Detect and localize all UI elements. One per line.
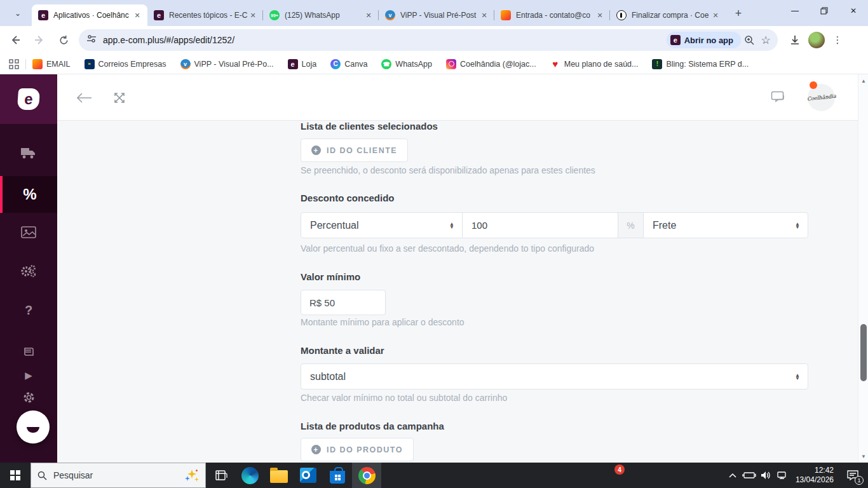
- bookmark-label: Coelhândia (@lojac...: [460, 60, 536, 69]
- scroll-up-icon[interactable]: ▲: [858, 76, 868, 86]
- min-value-label: Valor mínimo: [301, 271, 360, 282]
- open-in-app-label: Abrir no app: [684, 36, 733, 45]
- bookmark-instagram[interactable]: Coelhândia (@lojac...: [446, 59, 536, 69]
- close-window-button[interactable]: ✕: [839, 0, 868, 22]
- tab-whatsapp[interactable]: 99+ (125) WhatsApp ✕: [263, 4, 379, 26]
- taskbar-clock[interactable]: 12:42 13/04/2026: [796, 466, 834, 485]
- site-settings-icon[interactable]: [86, 34, 97, 46]
- browser-tab-strip: ⌄ e Aplicativos · Coelhânc ✕ e Recentes …: [0, 0, 868, 26]
- tab-close-icon[interactable]: ✕: [710, 10, 721, 20]
- chrome-taskbar-icon[interactable]: [352, 463, 381, 488]
- min-value-input[interactable]: [301, 290, 386, 315]
- sidebar-item-help[interactable]: ?: [0, 299, 57, 322]
- expand-fullscreen-icon[interactable]: [110, 88, 129, 107]
- tab-vipp[interactable]: v ViPP - Visual Pré-Post ✕: [379, 4, 494, 26]
- bookmark-plano-saude[interactable]: ♥ Meu plano de saúd...: [550, 59, 639, 69]
- open-in-app-chip[interactable]: e Abrir no app: [667, 32, 741, 48]
- discount-type-select[interactable]: Percentual ▲▼: [301, 213, 463, 238]
- app-back-icon[interactable]: [75, 88, 94, 107]
- add-product-id-button[interactable]: + ID DO PRODUTO: [301, 438, 414, 461]
- tab-close-icon[interactable]: ✕: [132, 10, 142, 20]
- tab-label: (125) WhatsApp: [285, 11, 363, 20]
- tab-aplicativos[interactable]: e Aplicativos · Coelhânc ✕: [32, 4, 147, 26]
- discount-value-input[interactable]: [463, 213, 618, 238]
- plus-icon: +: [311, 146, 321, 155]
- forward-icon[interactable]: [31, 31, 48, 49]
- restore-button[interactable]: [810, 0, 839, 22]
- microsoft-store-taskbar-icon[interactable]: [323, 463, 352, 488]
- feedback-chat-icon[interactable]: [769, 88, 788, 107]
- action-center-button[interactable]: 1: [840, 463, 865, 488]
- scrollbar-thumb[interactable]: [860, 324, 867, 381]
- bookmark-label: Canva: [344, 60, 367, 69]
- sidebar-item-settings[interactable]: [0, 260, 57, 283]
- sidebar-item-discounts[interactable]: %: [0, 176, 57, 213]
- amount-check-help-text: Checar valor mínimo no total ou subtotal…: [301, 393, 507, 403]
- tab-close-icon[interactable]: ✕: [479, 10, 489, 20]
- browser-menu-icon[interactable]: ⋮: [830, 32, 845, 48]
- tab-label: Aplicativos · Coelhânc: [53, 11, 132, 20]
- tab-close-icon[interactable]: ✕: [363, 10, 374, 20]
- bookmark-canva[interactable]: C Canva: [330, 59, 367, 69]
- app-sidebar: e % ? ▶: [0, 74, 57, 463]
- sidebar-item-docs[interactable]: [0, 341, 57, 363]
- sidebar-item-support[interactable]: [0, 386, 57, 409]
- taskbar-notification-badge: 4: [614, 464, 625, 475]
- tab-close-icon[interactable]: ✕: [595, 10, 605, 20]
- apps-grid-icon[interactable]: [9, 59, 19, 69]
- edge-taskbar-icon[interactable]: [235, 463, 264, 488]
- tab-label: Entrada - contato@co: [516, 11, 595, 20]
- whatsapp-favicon: 99+: [269, 10, 280, 20]
- question-mark-icon: ?: [25, 303, 32, 318]
- bling-bookmark-icon: !: [652, 59, 662, 69]
- volume-icon[interactable]: [757, 463, 774, 488]
- sidebar-item-media[interactable]: [0, 220, 57, 243]
- app-content: Lista de clientes selecionados + ID DO C…: [57, 121, 858, 463]
- amount-check-select[interactable]: subtotal ▲▼: [301, 363, 808, 390]
- url-text[interactable]: app.e-com.plus/#/apps/edit/1252/: [103, 35, 667, 45]
- downloads-icon[interactable]: [787, 32, 803, 48]
- bookmark-star-icon[interactable]: ☆: [757, 32, 774, 48]
- new-tab-button[interactable]: +: [729, 4, 747, 22]
- battery-icon[interactable]: [741, 463, 757, 488]
- app-header: Coelhândia: [57, 74, 858, 121]
- hidden-icons-chevron[interactable]: [724, 463, 741, 488]
- network-icon[interactable]: [774, 463, 790, 488]
- task-view-button[interactable]: [206, 463, 235, 488]
- tab-search-chevron-icon[interactable]: ⌄: [9, 4, 27, 22]
- address-bar[interactable]: app.e-com.plus/#/apps/edit/1252/ e Abrir…: [79, 29, 778, 51]
- bookmark-vipp[interactable]: v ViPP - Visual Pré-Po...: [180, 59, 274, 69]
- tab-recentes-topicos[interactable]: e Recentes tópicos - E-C ✕: [147, 4, 263, 26]
- loja-bookmark-icon: e: [288, 59, 298, 69]
- minimize-button[interactable]: —: [780, 0, 810, 22]
- add-customer-id-button[interactable]: + ID DO CLIENTE: [301, 139, 408, 162]
- bookmark-email[interactable]: EMAIL: [32, 59, 71, 69]
- store-avatar[interactable]: Coelhândia: [808, 84, 835, 111]
- tab-finalizar-compra[interactable]: Finalizar compra · Coe ✕: [610, 4, 726, 26]
- discount-help-text: Valor percentual ou fixo a ser descontad…: [301, 243, 594, 254]
- taskbar-search-box[interactable]: Pesquisar: [31, 463, 206, 488]
- whatsapp-bookmark-icon: ☎: [381, 59, 391, 69]
- tab-close-icon[interactable]: ✕: [248, 10, 258, 20]
- file-explorer-taskbar-icon[interactable]: [264, 463, 294, 488]
- reload-icon[interactable]: [55, 31, 72, 49]
- discount-apply-select[interactable]: Frete ▲▼: [644, 213, 808, 238]
- start-button[interactable]: [0, 463, 31, 488]
- browser-profile-avatar[interactable]: [808, 32, 825, 48]
- sidebar-item-videos[interactable]: ▶: [0, 364, 57, 387]
- page-scrollbar[interactable]: ▲ ▼: [858, 74, 868, 463]
- bookmark-whatsapp[interactable]: ☎ WhatsApp: [381, 59, 432, 69]
- sidebar-logo[interactable]: e: [0, 74, 57, 124]
- outlook-taskbar-icon[interactable]: [294, 463, 323, 488]
- scroll-down-icon[interactable]: ▼: [858, 451, 868, 461]
- live-chat-widget[interactable]: [17, 410, 50, 444]
- sidebar-item-shipping[interactable]: [0, 142, 57, 165]
- zoom-page-icon[interactable]: [741, 32, 757, 48]
- back-icon[interactable]: [6, 31, 24, 49]
- store-avatar-text: Coelhândia: [806, 93, 836, 102]
- tab-entrada-webmail[interactable]: Entrada - contato@co ✕: [494, 4, 610, 26]
- bookmark-correios[interactable]: » Correios Empresas: [85, 59, 166, 69]
- search-placeholder: Pesquisar: [53, 470, 179, 480]
- bookmark-bling[interactable]: ! Bling: Sistema ERP d...: [652, 59, 749, 69]
- bookmark-loja[interactable]: e Loja: [288, 59, 317, 69]
